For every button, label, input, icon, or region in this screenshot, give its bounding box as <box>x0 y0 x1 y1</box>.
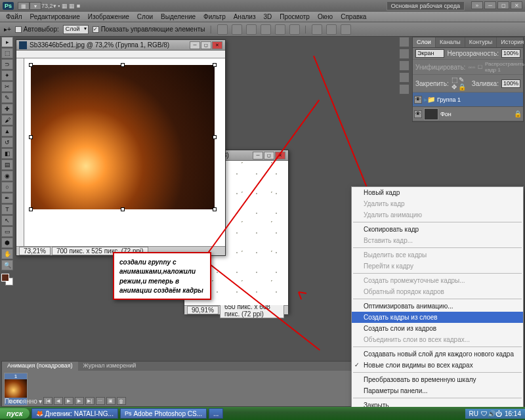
shape-tool[interactable]: ▭ <box>1 226 13 237</box>
menu-view[interactable]: Просмотр <box>276 12 313 21</box>
menu-item[interactable]: Оптимизировать анимацию... <box>352 301 523 312</box>
panel-icon[interactable] <box>399 84 410 94</box>
zoom-tool[interactable]: 🔍 <box>1 260 13 270</box>
doc1-canvas[interactable] <box>24 58 225 246</box>
align-icon[interactable] <box>261 24 271 35</box>
menu-file[interactable]: Файл <box>3 12 26 21</box>
align-icon[interactable] <box>217 24 228 35</box>
align-icon[interactable] <box>246 24 257 35</box>
doc1-zoom[interactable]: 73,21% <box>19 247 51 255</box>
menu-item[interactable]: Параметры панели... <box>352 385 523 396</box>
align-icon[interactable] <box>275 24 285 35</box>
blend-mode-select[interactable]: Экран <box>415 49 444 58</box>
doc-min[interactable]: ─ <box>253 152 263 159</box>
distribute-icon[interactable] <box>312 24 322 35</box>
color-swatch[interactable] <box>1 274 13 285</box>
lock-icons[interactable]: ⬚ ✎ ✥ 🔒 <box>452 76 469 91</box>
close-button[interactable]: ✕ <box>511 1 522 9</box>
eyedropper-tool[interactable]: ✎ <box>1 93 13 103</box>
panel-icon[interactable] <box>399 49 410 59</box>
new-frame-button[interactable]: ▣ <box>106 397 116 405</box>
auto-select-target[interactable]: Слой <box>63 25 89 34</box>
menu-analysis[interactable]: Анализ <box>230 12 259 21</box>
distribute-icon[interactable] <box>326 24 337 35</box>
type-tool[interactable]: T <box>1 204 13 215</box>
show-controls-check[interactable]: ✓Показать управляющие элементы <box>93 26 205 33</box>
path-tool[interactable]: ↖ <box>1 215 13 226</box>
menu-item[interactable]: Скопировать кадр <box>352 224 523 235</box>
gradient-tool[interactable]: ▤ <box>1 159 13 170</box>
taskbar-item[interactable]: ... <box>209 408 223 419</box>
maximize-button[interactable]: ◻ <box>497 1 509 9</box>
play-button[interactable]: ▶ <box>64 397 74 405</box>
document-window-1[interactable]: Sb33646b5ed1.jpg @ 73,2% (Группа 1, RGB/… <box>16 39 226 256</box>
first-frame-button[interactable]: |◀ <box>43 397 52 405</box>
start-button[interactable]: пуск <box>0 408 30 419</box>
move-tool[interactable]: ▸ <box>1 37 13 47</box>
doc-max[interactable]: ◻ <box>264 152 274 159</box>
hand-tool[interactable]: ✋ <box>1 249 13 259</box>
menu-help[interactable]: Справка <box>337 12 369 21</box>
dodge-tool[interactable]: ○ <box>1 182 13 192</box>
tab-layers[interactable]: Слои <box>413 37 436 47</box>
layer-group[interactable]: 👁 ▸📁 Группа 1 <box>413 93 523 107</box>
distribute-icon[interactable] <box>341 24 351 35</box>
panel-icon[interactable] <box>399 72 410 83</box>
workspace-selector[interactable]: Основная рабочая среда <box>387 1 465 10</box>
stamp-tool[interactable]: ▲ <box>1 126 13 136</box>
taskbar-item[interactable]: 🦊 Дневник: NATALI-NG... <box>32 408 118 419</box>
tab-measurements[interactable]: Журнал измерений <box>78 362 142 371</box>
menu-3d[interactable]: 3D <box>260 12 275 21</box>
panel-icon[interactable] <box>399 60 410 71</box>
heal-tool[interactable]: ✚ <box>1 104 13 114</box>
menu-item[interactable]: Преобразовать во временную шкалу <box>352 374 523 385</box>
last-frame-button[interactable]: ▶| <box>85 397 94 405</box>
menu-item[interactable]: Создать слои из кадров <box>352 323 523 334</box>
tab-paths[interactable]: Контуры <box>465 37 497 47</box>
3d-tool[interactable]: ⬢ <box>1 238 13 248</box>
doc-close[interactable]: ✕ <box>212 41 222 49</box>
taskbar-item[interactable]: Ps Adobe Photoshop CS... <box>120 408 207 419</box>
marquee-tool[interactable]: ⬚ <box>1 48 13 58</box>
blur-tool[interactable]: ◉ <box>1 171 13 181</box>
menu-item[interactable]: Создать кадры из слоев <box>352 312 523 323</box>
pen-tool[interactable]: ✒ <box>1 193 13 203</box>
menu-select[interactable]: Выделение <box>158 12 199 21</box>
menu-item[interactable]: Новый кадр <box>352 187 523 198</box>
tray-lang[interactable]: RU <box>469 410 478 417</box>
system-tray[interactable]: RU 🛡🔊⏻ 16:14 <box>465 409 525 419</box>
tab-history[interactable]: История <box>497 37 525 47</box>
menu-image[interactable]: Изображение <box>85 12 133 21</box>
doc1-image[interactable] <box>31 65 215 209</box>
menu-layer[interactable]: Слои <box>134 12 156 21</box>
layer-background[interactable]: 👁 Фон 🔒 <box>413 107 523 121</box>
fill-input[interactable]: 100% <box>501 79 520 88</box>
tb-icon2[interactable]: ▾ <box>30 2 41 10</box>
doc-min[interactable]: ─ <box>190 41 200 49</box>
auto-select-check[interactable]: Автовыбор: <box>15 26 59 33</box>
menu-window[interactable]: Окно <box>314 12 336 21</box>
panel-icon[interactable] <box>399 37 410 47</box>
align-icon[interactable] <box>232 24 242 35</box>
delete-frame-button[interactable]: 🗑 <box>117 397 126 405</box>
history-brush-tool[interactable]: ↺ <box>1 137 13 148</box>
doc2-zoom[interactable]: 90,91% <box>187 306 219 314</box>
lasso-tool[interactable]: ⊃ <box>1 59 13 70</box>
eraser-tool[interactable]: ◧ <box>1 148 13 159</box>
tb-more[interactable]: » <box>471 1 483 9</box>
menu-item[interactable]: Новые слои видимы во всех кадрах <box>352 360 523 371</box>
crop-tool[interactable]: ✂ <box>1 81 13 92</box>
tab-channels[interactable]: Каналы <box>436 37 465 47</box>
tween-button[interactable]: ⋯ <box>96 397 105 405</box>
tb-icon[interactable]: ▦ <box>18 2 30 10</box>
opacity-input[interactable]: 100% <box>501 49 520 58</box>
visibility-icon[interactable]: 👁 <box>414 96 422 104</box>
menu-item[interactable]: Создавать новый слой для каждого нового … <box>352 348 523 360</box>
wand-tool[interactable]: ✦ <box>1 70 13 81</box>
prev-frame-button[interactable]: ◀ <box>54 397 63 405</box>
loop-select[interactable]: Постоянно <box>5 398 37 405</box>
tab-animation[interactable]: Анимация (покадровая) <box>2 362 78 371</box>
minimize-button[interactable]: ─ <box>484 1 496 9</box>
brush-tool[interactable]: 🖌 <box>1 115 13 125</box>
visibility-icon[interactable]: 👁 <box>414 110 422 118</box>
